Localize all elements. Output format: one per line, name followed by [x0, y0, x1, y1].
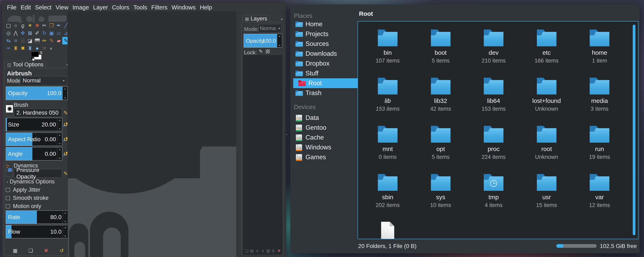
delete-tool-preset-icon[interactable]: ✖: [42, 247, 50, 254]
duplicate-layer-icon[interactable]: ▥: [266, 248, 271, 254]
sidebar-item-sources[interactable]: Sources: [290, 39, 360, 49]
folder-item-usr[interactable]: usr15 items: [520, 173, 573, 221]
folder-item-opt[interactable]: opt5 items: [414, 125, 467, 173]
clone-tool[interactable]: ♜: [12, 44, 19, 52]
rate-slider[interactable]: Rate 80.0 ▲▼: [6, 210, 68, 224]
foreground-select-tool[interactable]: ❐: [48, 22, 55, 29]
crop-tool[interactable]: ✐: [34, 29, 41, 37]
checkbox-motion-only[interactable]: Motion only: [6, 203, 41, 209]
reset-tool-options-icon[interactable]: ↺: [58, 247, 66, 254]
scale-tool[interactable]: ▣: [48, 29, 55, 37]
folder-item-lib32[interactable]: lib3242 items: [414, 77, 467, 125]
default-colors-icon[interactable]: [32, 58, 35, 61]
spinner-arrows[interactable]: ▲▼: [57, 133, 62, 146]
sidebar-item-home[interactable]: ⌂Home: [290, 19, 360, 29]
folder-item-lost+found[interactable]: lost+foundUnknown: [520, 77, 573, 125]
menu-tools[interactable]: Tools: [131, 4, 149, 11]
folder-item-lib64[interactable]: lib64153 items: [467, 77, 520, 125]
sidebar-item-dropbox[interactable]: Dropbox: [290, 58, 360, 68]
sidebar-device-gentoo[interactable]: Gentoo: [290, 123, 360, 132]
sidebar-item-root[interactable]: Root: [293, 78, 360, 88]
cage-transform-tool[interactable]: ⌗: [12, 37, 19, 44]
spinner-arrows[interactable]: ▲▼: [57, 118, 62, 131]
foreground-color-swatch[interactable]: [31, 52, 39, 57]
menu-filters[interactable]: Filters: [149, 4, 170, 11]
folder-item-boot[interactable]: boot5 items: [414, 29, 467, 77]
brush-preview[interactable]: [6, 102, 13, 116]
opacity-slider[interactable]: Opacity 100.0 ▲▼: [6, 86, 68, 100]
spinner-arrows[interactable]: ▲▼: [57, 147, 62, 160]
file-item[interactable]: [361, 221, 414, 239]
folder-item-sys[interactable]: sys10 items: [414, 173, 467, 221]
zoom-tool[interactable]: ◎: [5, 29, 12, 37]
menu-windows[interactable]: Windows: [170, 4, 198, 11]
menu-edit[interactable]: Edit: [19, 4, 33, 11]
checkbox-smooth-stroke[interactable]: Smooth stroke: [6, 195, 48, 201]
vertical-scrollbar[interactable]: [633, 24, 636, 235]
rectangle-select-tool[interactable]: ▢: [5, 22, 12, 29]
lock-pixels-icon[interactable]: ✎: [259, 48, 263, 54]
sidebar-item-stuff[interactable]: Stuff: [290, 68, 360, 78]
pencil-tool[interactable]: ✏: [41, 37, 48, 44]
spinner-arrows[interactable]: ▲▼: [62, 87, 68, 100]
brush-select-input[interactable]: 2. Hardness 050: [14, 108, 62, 117]
folder-item-media[interactable]: media3 items: [573, 77, 626, 125]
folder-item-root[interactable]: rootUnknown: [520, 125, 573, 173]
dodge-burn-tool[interactable]: ◐: [48, 44, 55, 52]
layer-opacity-slider[interactable]: Opacity 100.0 ▲▼: [244, 34, 282, 48]
gradient-tool[interactable]: [34, 37, 41, 44]
layers-list-empty[interactable]: [243, 55, 282, 254]
ellipse-select-tool[interactable]: ○: [12, 22, 19, 29]
folder-item-proc[interactable]: proc224 items: [467, 125, 520, 173]
sidebar-device-cache[interactable]: Cache: [290, 132, 360, 142]
rotate-tool[interactable]: ↻: [41, 29, 48, 37]
folder-item-bin[interactable]: bin107 items: [361, 29, 414, 77]
align-tool[interactable]: ⊞: [26, 29, 34, 37]
spinner-arrows[interactable]: ▲▼: [63, 211, 68, 224]
sidebar-device-games[interactable]: Games: [290, 152, 360, 162]
checkbox-box[interactable]: [6, 188, 10, 192]
folder-item-var[interactable]: var12 items: [573, 173, 626, 221]
folder-item-dev[interactable]: dev210 items: [467, 29, 520, 77]
save-tool-preset-icon[interactable]: ▦: [11, 247, 19, 254]
new-layer-group-icon[interactable]: ▤: [249, 248, 254, 254]
menu-view[interactable]: View: [54, 4, 70, 11]
bucket-fill-tool[interactable]: ◪: [26, 37, 34, 44]
tab-layers[interactable]: ▤ Layers: [242, 15, 270, 22]
angle-slider[interactable]: Angle 0.00 ▲▼: [6, 147, 62, 160]
sidebar-item-projects[interactable]: Projects: [290, 29, 360, 39]
lock-alpha-icon[interactable]: [266, 50, 270, 54]
perspective-clone-tool[interactable]: ♜: [26, 44, 34, 52]
checkbox-box[interactable]: [6, 204, 10, 208]
paint-mode-select[interactable]: Normal ▾: [20, 76, 67, 85]
folder-item-etc[interactable]: etc166 items: [520, 29, 573, 77]
panel-menu-icon[interactable]: ◂: [280, 17, 284, 21]
anchor-layer-icon[interactable]: ⚓: [270, 248, 276, 254]
sidebar-item-downloads[interactable]: Downloads: [290, 49, 360, 58]
tab-tool-options[interactable]: ◫ Tool Options: [4, 61, 46, 68]
new-layer-icon[interactable]: ❏: [244, 248, 249, 254]
checkbox-box[interactable]: [6, 196, 10, 200]
folder-item-lib[interactable]: lib153 items: [361, 77, 414, 125]
eraser-tool[interactable]: ▰: [55, 37, 62, 44]
restore-tool-preset-icon[interactable]: ❏: [27, 247, 35, 254]
folder-item-tmp[interactable]: tmp4 items: [467, 173, 520, 221]
folder-item-home[interactable]: home1 item: [573, 29, 626, 77]
folder-item-run[interactable]: run19 items: [573, 125, 626, 173]
delete-layer-icon[interactable]: ✖: [276, 248, 282, 254]
folder-item-mnt[interactable]: mnt0 items: [361, 125, 414, 173]
dynamics-select-input[interactable]: Pressure Opacity: [14, 169, 62, 178]
select-by-color-tool[interactable]: ❖: [34, 22, 41, 29]
checkbox-apply-jitter[interactable]: Apply Jitter: [6, 187, 40, 193]
sidebar-device-windows[interactable]: Windows: [290, 142, 360, 152]
measure-tool[interactable]: ⋀: [12, 29, 19, 37]
menu-colors[interactable]: Colors: [110, 4, 131, 11]
aspect-ratio-slider[interactable]: Aspect Ratio 0.00 ▲▼: [6, 132, 62, 146]
sidebar-device-data[interactable]: Data: [290, 113, 360, 123]
move-tool[interactable]: ✥: [19, 29, 26, 37]
spinner-arrows[interactable]: ▲▼: [277, 34, 282, 47]
dynamics-options-expander[interactable]: ›Dynamics Options: [6, 178, 54, 185]
paths-tool[interactable]: ✒: [55, 22, 62, 29]
size-slider[interactable]: Size 20.00 ▲▼: [6, 118, 62, 131]
text-tool[interactable]: A: [19, 37, 26, 44]
